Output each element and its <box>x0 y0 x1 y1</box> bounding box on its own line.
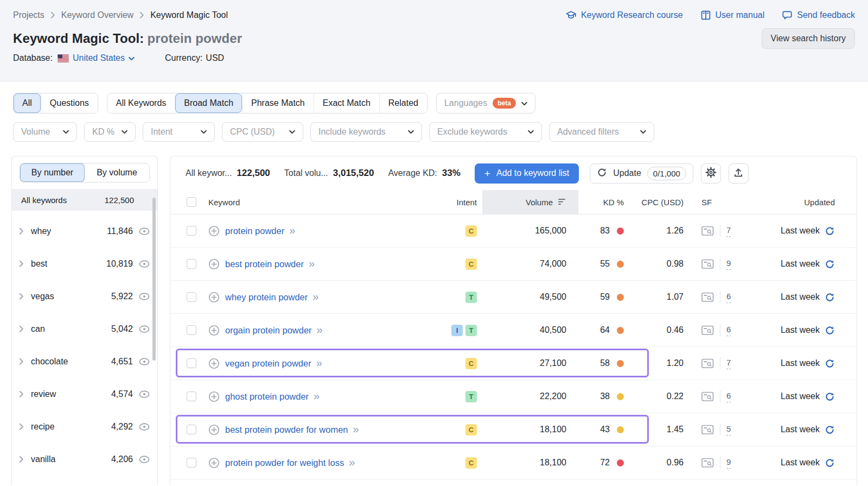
keyword-link[interactable]: best protein powder » <box>225 259 314 269</box>
refresh-metrics-icon[interactable] <box>825 292 835 302</box>
filter-kd-[interactable]: KD % <box>84 122 136 142</box>
eye-icon[interactable] <box>138 292 150 301</box>
sf-count[interactable]: 6 <box>726 390 731 402</box>
breadcrumb-item[interactable]: Projects <box>13 10 44 20</box>
add-keyword-icon[interactable] <box>208 258 220 270</box>
chevron-right-icon[interactable] <box>19 260 24 268</box>
column-header-updated[interactable]: Updated <box>736 190 835 214</box>
filter-advanced-filters[interactable]: Advanced filters <box>549 122 654 142</box>
sf-count[interactable]: 7 <box>726 225 731 236</box>
column-header-volume[interactable]: Volume <box>482 190 578 214</box>
keyword-group-row[interactable]: recipe 4,292 <box>12 411 157 443</box>
header-link[interactable]: User manual <box>700 10 765 21</box>
tab-broad-match[interactable]: Broad Match <box>175 93 242 113</box>
keyword-link[interactable]: best protein powder for women » <box>225 425 359 435</box>
keyword-group-row[interactable]: chocolate 4,651 <box>12 345 157 378</box>
sf-count[interactable]: 9 <box>726 258 731 269</box>
sf-count[interactable]: 6 <box>726 324 731 336</box>
chevron-right-icon[interactable] <box>19 293 24 300</box>
sidebar-toggle-by-volume[interactable]: By volume <box>85 163 149 182</box>
column-header-intent[interactable]: Intent <box>428 190 482 214</box>
keyword-group-row[interactable]: whey 11,846 <box>12 215 157 248</box>
chevron-right-icon[interactable] <box>19 390 24 398</box>
serp-preview-icon[interactable] <box>701 226 714 236</box>
tab-all[interactable]: All <box>14 93 41 113</box>
sf-count[interactable]: 5 <box>726 424 731 435</box>
eye-icon[interactable] <box>138 325 150 333</box>
keyword-link[interactable]: whey protein powder » <box>225 292 318 302</box>
sf-count[interactable]: 9 <box>726 457 731 468</box>
filter-include-keywords[interactable]: Include keywords <box>310 122 422 142</box>
refresh-metrics-icon[interactable] <box>825 226 835 236</box>
eye-icon[interactable] <box>138 357 150 366</box>
keyword-group-row[interactable]: vanilla 4,206 <box>12 443 157 476</box>
breadcrumb-item[interactable]: Keyword Overview <box>61 10 133 20</box>
filter-exclude-keywords[interactable]: Exclude keywords <box>429 122 542 142</box>
tab-exact-match[interactable]: Exact Match <box>314 93 379 113</box>
add-keyword-icon[interactable] <box>208 457 220 469</box>
add-keyword-icon[interactable] <box>208 225 220 237</box>
keyword-link[interactable]: protein powder for weight loss » <box>225 458 354 468</box>
column-header-kd[interactable]: KD % <box>578 190 628 214</box>
tab-related[interactable]: Related <box>379 93 427 113</box>
row-checkbox[interactable] <box>187 259 196 269</box>
refresh-metrics-icon[interactable] <box>825 458 835 468</box>
refresh-metrics-icon[interactable] <box>825 325 835 336</box>
serp-preview-icon[interactable] <box>701 392 714 402</box>
eye-icon[interactable] <box>138 227 150 236</box>
tab-questions[interactable]: Questions <box>41 93 98 113</box>
add-keyword-icon[interactable] <box>208 391 220 402</box>
keyword-link[interactable]: vegan protein powder » <box>225 358 322 369</box>
keyword-group-row[interactable]: can 5,042 <box>12 313 157 345</box>
sidebar-scrollbar[interactable] <box>152 198 156 361</box>
chevron-right-icon[interactable] <box>19 228 24 235</box>
refresh-metrics-icon[interactable] <box>825 425 835 435</box>
serp-preview-icon[interactable] <box>701 458 714 468</box>
update-button[interactable]: Update 0/1,000 <box>590 163 693 184</box>
header-link[interactable]: Keyword Research course <box>565 10 683 21</box>
row-checkbox[interactable] <box>187 292 196 302</box>
row-checkbox[interactable] <box>187 325 196 335</box>
add-keyword-icon[interactable] <box>208 424 220 435</box>
chevron-right-icon[interactable] <box>19 423 24 431</box>
serp-preview-icon[interactable] <box>701 259 714 269</box>
chevron-right-icon[interactable] <box>19 325 24 333</box>
database-select[interactable]: United States <box>73 53 135 63</box>
filter-intent[interactable]: Intent <box>143 122 215 142</box>
add-to-keyword-list-button[interactable]: + Add to keyword list <box>475 163 579 184</box>
table-settings-button[interactable] <box>701 163 721 184</box>
row-checkbox[interactable] <box>187 392 196 401</box>
refresh-metrics-icon[interactable] <box>825 392 835 402</box>
view-search-history-button[interactable]: View search history <box>762 28 855 49</box>
row-checkbox[interactable] <box>187 458 196 468</box>
row-checkbox[interactable] <box>187 425 196 434</box>
add-keyword-icon[interactable] <box>208 292 220 303</box>
all-keywords-row[interactable]: All keywords 122,500 <box>12 189 157 211</box>
serp-preview-icon[interactable] <box>701 292 714 302</box>
tab-phrase-match[interactable]: Phrase Match <box>242 93 314 113</box>
eye-icon[interactable] <box>138 422 150 431</box>
serp-preview-icon[interactable] <box>701 325 714 336</box>
serp-preview-icon[interactable] <box>701 358 714 369</box>
add-keyword-icon[interactable] <box>208 358 220 369</box>
keyword-link[interactable]: orgain protein powder » <box>225 325 322 336</box>
export-button[interactable] <box>729 163 749 184</box>
refresh-metrics-icon[interactable] <box>825 259 835 269</box>
keyword-group-row[interactable]: review 4,574 <box>12 378 157 411</box>
column-header-keyword[interactable]: Keyword <box>201 190 428 214</box>
header-link[interactable]: Send feedback <box>782 10 855 21</box>
tab-all-keywords[interactable]: All Keywords <box>107 93 175 113</box>
select-all-checkbox[interactable] <box>187 197 196 207</box>
column-header-sf[interactable]: SF <box>690 190 736 214</box>
row-checkbox[interactable] <box>187 226 196 236</box>
sidebar-toggle-by-number[interactable]: By number <box>20 163 85 182</box>
serp-preview-icon[interactable] <box>701 425 714 435</box>
add-keyword-icon[interactable] <box>208 325 220 336</box>
column-header-cpc[interactable]: CPC (USD) <box>628 190 690 214</box>
languages-dropdown[interactable]: Languages beta <box>436 93 535 113</box>
filter-cpc-usd-[interactable]: CPC (USD) <box>222 122 303 142</box>
chevron-right-icon[interactable] <box>19 358 24 365</box>
filter-volume[interactable]: Volume <box>13 122 77 142</box>
keyword-group-row[interactable]: vegas 5,922 <box>12 280 157 313</box>
keyword-link[interactable]: protein powder » <box>225 226 295 236</box>
